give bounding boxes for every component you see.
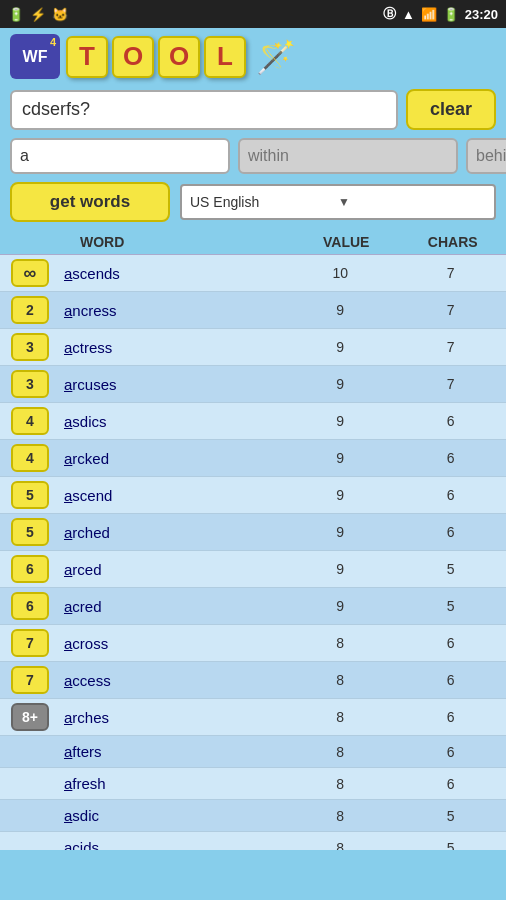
tile-t: T (66, 36, 108, 78)
battery-level-icon: 🔋 (443, 7, 459, 22)
word-cell: afters (60, 743, 285, 760)
value-cell: 8 (285, 744, 396, 760)
table-row[interactable]: 8+arches86 (0, 699, 506, 736)
table-row[interactable]: afters86 (0, 736, 506, 768)
dropdown-arrow-icon: ▼ (338, 195, 486, 209)
table-body: ∞ascends1072ancress973actress973arcuses9… (0, 255, 506, 850)
table-row[interactable]: acids85 (0, 832, 506, 850)
app-header: WF 4 T O O L 🪄 (0, 28, 506, 85)
tile-o1: O (112, 36, 154, 78)
table-row[interactable]: 3arcuses97 (0, 366, 506, 403)
word-cell: ascends (60, 265, 285, 282)
word-cell: arched (60, 524, 285, 541)
badge-value: 7 (11, 666, 49, 694)
chars-cell: 5 (396, 840, 507, 851)
clear-button[interactable]: clear (406, 89, 496, 130)
value-cell: 8 (285, 808, 396, 824)
row-badge: 5 (0, 514, 60, 550)
status-icons-right: Ⓑ ▲ 📶 🔋 23:20 (383, 5, 498, 23)
value-cell: 9 (285, 339, 396, 355)
value-cell: 8 (285, 635, 396, 651)
chars-cell: 6 (396, 672, 507, 688)
table-row[interactable]: afresh86 (0, 768, 506, 800)
word-cell: arcked (60, 450, 285, 467)
language-dropdown[interactable]: US English ▼ (180, 184, 496, 220)
row-badge (0, 812, 60, 820)
header-word: WORD (70, 234, 293, 250)
value-cell: 9 (285, 598, 396, 614)
value-cell: 9 (285, 524, 396, 540)
value-cell: 9 (285, 561, 396, 577)
behind-input[interactable] (466, 138, 506, 174)
status-bar: 🔋 ⚡ 🐱 Ⓑ ▲ 📶 🔋 23:20 (0, 0, 506, 28)
row-badge: 7 (0, 662, 60, 698)
wf-text: WF (23, 49, 48, 65)
table-row[interactable]: 2ancress97 (0, 292, 506, 329)
time-display: 23:20 (465, 7, 498, 22)
badge-value: 5 (11, 518, 49, 546)
chars-cell: 6 (396, 524, 507, 540)
chars-cell: 7 (396, 302, 507, 318)
row-badge: ∞ (0, 255, 60, 291)
battery-icon: 🔋 (8, 7, 24, 22)
cat-icon: 🐱 (52, 7, 68, 22)
table-row[interactable]: 6arced95 (0, 551, 506, 588)
word-cell: ancress (60, 302, 285, 319)
word-cell: arcuses (60, 376, 285, 393)
value-cell: 9 (285, 450, 396, 466)
within-input[interactable] (238, 138, 458, 174)
row-badge: 2 (0, 292, 60, 328)
search-row: clear (0, 85, 506, 134)
table-header: WORD VALUE CHARS (0, 230, 506, 255)
table-row[interactable]: 7across86 (0, 625, 506, 662)
value-cell: 9 (285, 302, 396, 318)
table-row[interactable]: 6acred95 (0, 588, 506, 625)
badge-value: 4 (11, 407, 49, 435)
word-cell: access (60, 672, 285, 689)
table-row[interactable]: asdic85 (0, 800, 506, 832)
word-cell: arches (60, 709, 285, 726)
table-row[interactable]: 4arcked96 (0, 440, 506, 477)
value-cell: 8 (285, 840, 396, 851)
chars-cell: 6 (396, 450, 507, 466)
row-badge: 4 (0, 403, 60, 439)
badge-value: 5 (11, 481, 49, 509)
badge-value: 2 (11, 296, 49, 324)
search-input[interactable] (10, 90, 398, 130)
bluetooth-icon: Ⓑ (383, 5, 396, 23)
chars-cell: 6 (396, 709, 507, 725)
table-row[interactable]: 4asdics96 (0, 403, 506, 440)
row-badge (0, 748, 60, 756)
logo-container: WF 4 T O O L 🪄 (10, 34, 296, 79)
chars-cell: 5 (396, 561, 507, 577)
table-row[interactable]: 7access86 (0, 662, 506, 699)
word-cell: actress (60, 339, 285, 356)
row-badge: 5 (0, 477, 60, 513)
badge-value: 4 (11, 444, 49, 472)
word-cell: afresh (60, 775, 285, 792)
word-cell: arced (60, 561, 285, 578)
value-cell: 9 (285, 376, 396, 392)
wifi-icon: ▲ (402, 7, 415, 22)
badge-value: 3 (11, 333, 49, 361)
table-row[interactable]: 5arched96 (0, 514, 506, 551)
table-row[interactable]: ∞ascends107 (0, 255, 506, 292)
table-row[interactable]: 5ascend96 (0, 477, 506, 514)
value-cell: 9 (285, 487, 396, 503)
row-badge: 4 (0, 440, 60, 476)
get-words-button[interactable]: get words (10, 182, 170, 222)
start-with-input[interactable] (10, 138, 230, 174)
tile-l: L (204, 36, 246, 78)
word-cell: asdic (60, 807, 285, 824)
filter-row (0, 134, 506, 178)
row-badge: 7 (0, 625, 60, 661)
value-cell: 8 (285, 776, 396, 792)
value-cell: 9 (285, 413, 396, 429)
chars-cell: 7 (396, 376, 507, 392)
badge-value: 7 (11, 629, 49, 657)
chars-cell: 6 (396, 776, 507, 792)
signal-icon: 📶 (421, 7, 437, 22)
row-badge: 6 (0, 588, 60, 624)
value-cell: 10 (285, 265, 396, 281)
table-row[interactable]: 3actress97 (0, 329, 506, 366)
